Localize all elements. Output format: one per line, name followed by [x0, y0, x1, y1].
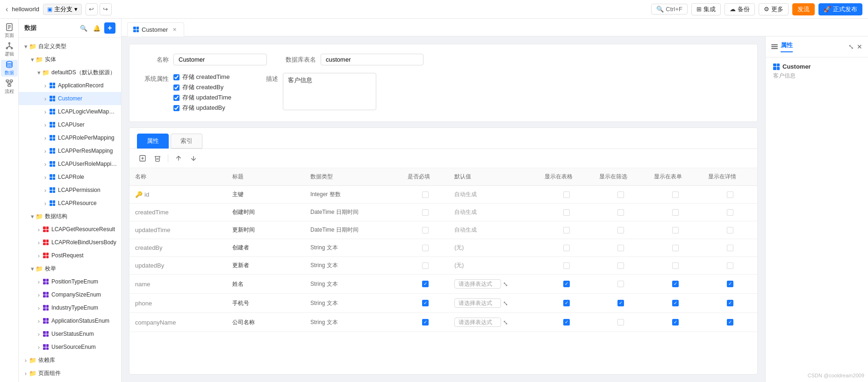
show-detail-checkbox[interactable]	[727, 227, 733, 233]
cell-show-form[interactable]	[648, 239, 703, 257]
cell-required[interactable]	[402, 221, 449, 239]
nav-add-button[interactable]: +	[104, 22, 115, 34]
tree-item-LCAPUserRoleMapping[interactable]: › LCAPUserRoleMapping	[19, 157, 121, 170]
cell-required[interactable]	[402, 204, 449, 221]
tree-item-LCAPRoleBindUsersBody[interactable]: › LCAPRoleBindUsersBody	[19, 236, 121, 249]
back-icon[interactable]: ‹	[6, 5, 8, 14]
show-form-checkbox[interactable]	[672, 281, 679, 287]
tree-item-CompanySizeEnum[interactable]: › CompanySizeEnum	[19, 288, 121, 301]
name-input[interactable]	[173, 54, 267, 65]
cell-show-form[interactable]	[648, 275, 703, 294]
move-down-button[interactable]	[188, 153, 199, 164]
cell-required[interactable]	[402, 239, 449, 257]
sidebar-item-logic[interactable]: 逻辑	[1, 41, 18, 58]
tree-item-enum[interactable]: ▾ 📁 枚举	[19, 262, 121, 275]
cell-show-table[interactable]	[539, 239, 594, 257]
show-table-checkbox[interactable]	[563, 281, 570, 287]
panel-menu-icon[interactable]	[771, 44, 778, 49]
tree-item-dependencies[interactable]: › 📁 依赖库	[19, 354, 121, 367]
nav-search-button[interactable]: 🔍	[78, 22, 89, 34]
redo-button[interactable]: ↪	[100, 3, 112, 15]
tree-item-LCAPPermission[interactable]: › LCAPPermission	[19, 184, 121, 197]
cell-show-detail[interactable]	[703, 239, 757, 257]
cell-show-filter[interactable]	[594, 221, 648, 239]
show-table-checkbox[interactable]	[563, 209, 570, 216]
tree-item-LCAPResource[interactable]: › LCAPResource	[19, 197, 121, 210]
publish-button[interactable]: 发流	[792, 3, 815, 15]
cell-show-detail[interactable]	[703, 257, 757, 275]
cell-show-detail[interactable]	[703, 186, 757, 204]
cell-show-filter[interactable]	[594, 186, 648, 204]
cell-show-filter[interactable]	[594, 275, 648, 294]
expression-expand-icon[interactable]: ⤡	[503, 300, 508, 307]
cell-required[interactable]	[402, 257, 449, 275]
default-input[interactable]	[454, 318, 501, 327]
cell-show-detail[interactable]	[703, 294, 757, 313]
sidebar-item-page[interactable]: 页面	[1, 22, 18, 39]
add-row-button[interactable]	[137, 153, 148, 164]
cell-required[interactable]	[402, 275, 449, 294]
show-form-checkbox[interactable]	[672, 227, 679, 233]
cell-show-table[interactable]	[539, 275, 594, 294]
expression-expand-icon[interactable]: ⤡	[503, 281, 508, 288]
show-table-checkbox[interactable]	[563, 227, 570, 233]
sidebar-item-process[interactable]: 流程	[1, 78, 18, 95]
show-form-checkbox[interactable]	[672, 262, 679, 269]
cell-show-table[interactable]	[539, 186, 594, 204]
desc-textarea[interactable]: 客户信息	[283, 73, 376, 110]
required-checkbox[interactable]	[422, 227, 429, 233]
show-table-checkbox[interactable]	[563, 300, 570, 306]
checkbox-updatedTime-input[interactable]	[173, 95, 179, 101]
cell-show-form[interactable]	[648, 204, 703, 221]
required-checkbox[interactable]	[422, 300, 429, 306]
show-filter-checkbox[interactable]	[617, 191, 624, 198]
show-detail-checkbox[interactable]	[727, 300, 733, 306]
tree-item-PostRequest[interactable]: › PostRequest	[19, 249, 121, 262]
release-button[interactable]: 🚀 正式发布	[818, 3, 862, 15]
nav-notify-button[interactable]: 🔔	[91, 22, 102, 34]
show-filter-checkbox[interactable]	[617, 245, 624, 251]
required-checkbox[interactable]	[422, 245, 429, 251]
tree-item-UserStatusEnum[interactable]: › UserStatusEnum	[19, 327, 121, 340]
checkbox-createdBy-input[interactable]	[173, 85, 179, 91]
default-input[interactable]	[454, 298, 501, 308]
tree-item-custom-types[interactable]: ▾ 📁 自定义类型	[19, 40, 121, 53]
tree-item-entity[interactable]: ▾ 📁 实体	[19, 53, 121, 66]
cell-show-detail[interactable]	[703, 275, 757, 294]
cell-show-filter[interactable]	[594, 294, 648, 313]
search-button[interactable]: 🔍 Ctrl+F	[651, 4, 688, 14]
checkbox-updatedBy-input[interactable]	[173, 105, 179, 111]
tree-item-LCAPPerResMapping[interactable]: › LCAPPerResMapping	[19, 144, 121, 157]
cell-show-table[interactable]	[539, 221, 594, 239]
cell-show-form[interactable]	[648, 313, 703, 332]
checkbox-updatedTime[interactable]: 存储 updatedTime	[173, 93, 231, 102]
tree-item-LCAPGetResourceResult[interactable]: › LCAPGetResourceResult	[19, 223, 121, 236]
tree-item-LCAPRole[interactable]: › LCAPRole	[19, 170, 121, 184]
required-checkbox[interactable]	[422, 209, 429, 216]
tree-item-LCAPLogicViewMapping[interactable]: › LCAPLogicViewMapping	[19, 105, 121, 118]
show-detail-checkbox[interactable]	[727, 319, 733, 325]
checkbox-updatedBy[interactable]: 存储 updatedBy	[173, 104, 231, 112]
tree-item-defaultDS[interactable]: ▾ 📁 defaultDS（默认数据源）	[19, 66, 121, 79]
cell-show-table[interactable]	[539, 257, 594, 275]
cell-show-detail[interactable]	[703, 204, 757, 221]
cell-show-detail[interactable]	[703, 221, 757, 239]
default-input[interactable]	[454, 279, 501, 289]
tree-item-ApplicationRecord[interactable]: › ApplicationRecord	[19, 79, 121, 92]
show-filter-checkbox[interactable]	[617, 281, 624, 287]
cell-show-detail[interactable]	[703, 313, 757, 332]
show-form-checkbox[interactable]	[672, 191, 679, 198]
cell-show-filter[interactable]	[594, 257, 648, 275]
cell-show-form[interactable]	[648, 186, 703, 204]
delete-row-button[interactable]	[152, 153, 163, 164]
tree-item-IndustryTypeEnum[interactable]: › IndustryTypeEnum	[19, 301, 121, 314]
show-detail-checkbox[interactable]	[727, 191, 733, 198]
show-filter-checkbox[interactable]	[617, 262, 624, 269]
show-detail-checkbox[interactable]	[727, 209, 733, 216]
cell-required[interactable]	[402, 186, 449, 204]
integrate-button[interactable]: ⊞ 集成	[691, 3, 721, 15]
show-table-checkbox[interactable]	[563, 262, 570, 269]
tree-item-page-components[interactable]: › 📁 页面组件	[19, 367, 121, 380]
tree-item-LCAPUser[interactable]: › LCAPUser	[19, 118, 121, 131]
show-detail-checkbox[interactable]	[727, 262, 733, 269]
